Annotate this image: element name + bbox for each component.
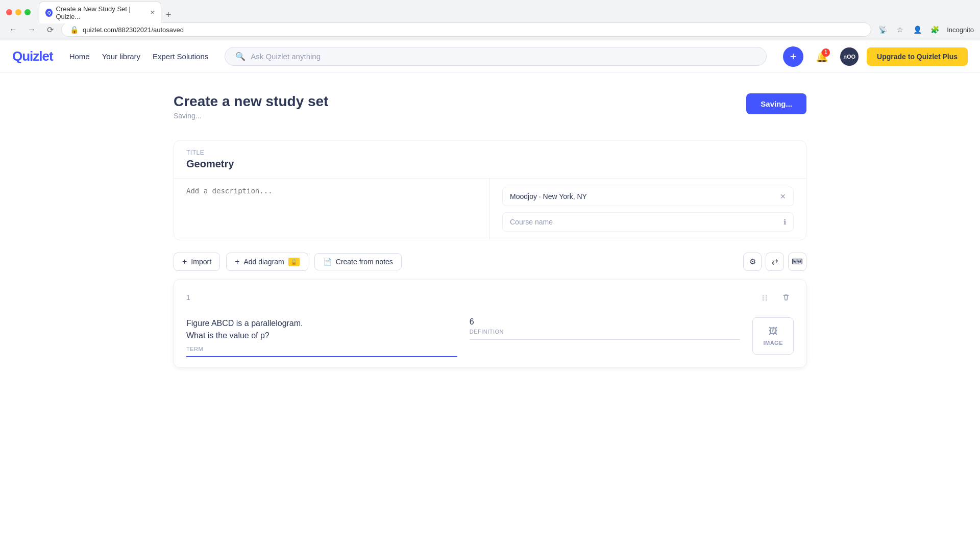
nav-your-library[interactable]: Your library [102,52,140,61]
minimize-window-btn[interactable] [15,9,21,15]
term-label: TERM [186,346,457,352]
url-text: quizlet.com/882302021/autosaved [83,26,184,34]
school-section: Moodjoy · New York, NY ✕ Course name ℹ [490,179,806,240]
new-tab-btn[interactable]: + [161,8,176,22]
remove-school-btn[interactable]: ✕ [780,192,786,201]
svg-rect-1 [763,297,764,298]
card-actions [757,290,794,305]
nav-links: Home Your library Expert Solutions [69,52,209,61]
notifications-btn[interactable]: 🔔 1 [812,46,832,67]
nav-expert-solutions[interactable]: Expert Solutions [153,52,208,61]
delete-card-btn[interactable] [778,290,794,305]
svg-rect-2 [763,299,764,300]
create-from-notes-label: Create from notes [336,258,393,266]
active-tab[interactable]: Q Create a New Study Set | Quizle... ✕ [39,2,161,23]
save-button[interactable]: Saving... [746,93,806,114]
nav-search-area: 🔍 [225,47,767,66]
reload-btn[interactable]: ⟳ [43,22,57,37]
close-window-btn[interactable] [6,9,12,15]
keyboard-icon: ⌨ [792,257,803,266]
course-input[interactable]: Course name ℹ [502,212,794,232]
description-input[interactable] [186,187,477,228]
saving-status: Saving... [174,112,328,120]
page-title-area: Create a new study set Saving... [174,93,328,120]
bookmark-icon[interactable]: ☆ [893,22,907,37]
incognito-label: Incognito [947,26,974,34]
cast-icon[interactable]: 📡 [875,22,890,37]
extensions-icon[interactable]: 🧩 [927,22,942,37]
search-input[interactable] [251,52,756,61]
page-title: Create a new study set [174,93,328,110]
card-term-area: Figure ABCD is a parallelogram.What is t… [186,317,457,357]
swap-icon-btn[interactable]: ⇄ [766,253,784,271]
browser-chrome: Q Create a New Study Set | Quizle... ✕ +… [0,0,980,40]
search-icon: 🔍 [235,52,246,61]
card-toolbar: + Import + Add diagram 🔒 📄 Create from n… [174,253,806,271]
card-number: 1 [186,293,190,302]
card-term-value: Figure ABCD is a parallelogram.What is t… [186,317,457,344]
description-school-row: Moodjoy · New York, NY ✕ Course name ℹ [174,178,806,240]
back-btn[interactable]: ← [6,22,20,37]
create-from-notes-btn[interactable]: 📄 Create from notes [314,253,402,270]
nav-home[interactable]: Home [69,52,90,61]
flashcard-1: 1 [174,279,806,368]
avatar[interactable]: nOO [840,47,859,66]
tab-favicon: Q [45,9,53,17]
title-label: Title [186,149,794,156]
gear-icon: ⚙ [749,257,756,266]
search-bar[interactable]: 🔍 [225,47,767,66]
settings-icon-btn[interactable]: ⚙ [743,253,762,271]
avatar-initials: nOO [843,54,855,60]
svg-rect-4 [766,297,767,298]
description-wrap [174,179,490,240]
browser-tab-bar: Q Create a New Study Set | Quizle... ✕ + [35,2,180,23]
quizlet-logo[interactable]: Quizlet [12,48,53,64]
add-diagram-btn[interactable]: + Add diagram 🔒 [226,253,308,271]
page-header: Create a new study set Saving... Saving.… [174,93,806,120]
image-icon: 🖼 [769,326,778,337]
add-diagram-label: Add diagram [243,258,284,266]
school-tag: Moodjoy · New York, NY ✕ [502,187,794,206]
toolbar-left: + Import + Add diagram 🔒 📄 Create from n… [174,253,402,271]
card-content-row: Figure ABCD is a parallelogram.What is t… [186,317,794,357]
address-bar[interactable]: 🔒 quizlet.com/882302021/autosaved [61,22,871,37]
info-icon: ℹ [783,218,786,226]
title-input[interactable] [186,158,794,170]
image-label: IMAGE [763,340,783,346]
notes-icon: 📄 [323,258,332,266]
title-input-wrap: Title [174,141,806,178]
plus-icon-diagram: + [235,257,239,266]
forward-btn[interactable]: → [24,22,39,37]
lock-icon: 🔒 [70,26,79,34]
browser-window-controls [6,9,31,15]
svg-rect-5 [766,299,767,300]
flashcard-header: 1 [186,290,794,305]
upgrade-btn[interactable]: Upgrade to Quizlet Plus [867,47,968,66]
profile-icon[interactable]: 👤 [910,22,924,37]
definition-label: DEFINITION [470,329,741,335]
maximize-window-btn[interactable] [24,9,31,15]
browser-toolbar: ← → ⟳ 🔒 quizlet.com/882302021/autosaved … [0,20,980,40]
keyboard-icon-btn[interactable]: ⌨ [788,253,806,271]
card-definition-value: 6 [470,317,741,327]
toolbar-right: ⚙ ⇄ ⌨ [743,253,806,271]
add-button[interactable]: + [783,46,803,67]
lock-icon: 🔒 [288,258,300,266]
browser-toolbar-right: 📡 ☆ 👤 🧩 Incognito [875,22,974,37]
nav-actions: + 🔔 1 nOO Upgrade to Quizlet Plus [783,46,968,67]
notif-badge: 1 [822,48,830,57]
tab-close-btn[interactable]: ✕ [150,9,155,16]
title-section: Title Moodjoy · New York, NY ✕ Course na… [174,140,806,240]
browser-titlebar: Q Create a New Study Set | Quizle... ✕ + [0,0,980,20]
svg-rect-3 [766,295,767,296]
import-btn[interactable]: + Import [174,253,220,271]
import-btn-label: Import [191,258,211,266]
drag-handle-icon[interactable] [757,290,772,305]
card-definition-area: 6 DEFINITION [470,317,741,340]
quizlet-navbar: Quizlet Home Your library Expert Solutio… [0,40,980,73]
course-placeholder: Course name [510,218,553,226]
swap-icon: ⇄ [772,257,778,266]
add-image-btn[interactable]: 🖼 IMAGE [752,317,794,355]
svg-rect-0 [763,295,764,296]
plus-icon: + [182,257,187,266]
